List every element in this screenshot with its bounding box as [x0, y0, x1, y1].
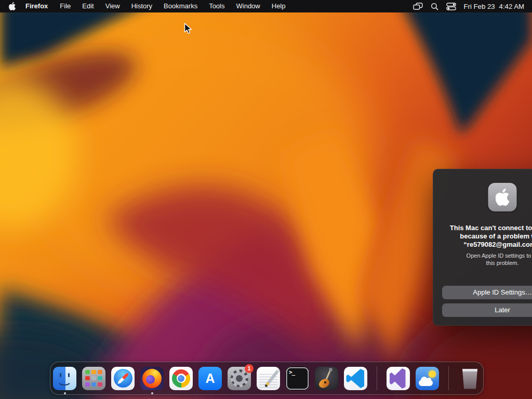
menu-bar: Firefox File Edit View History Bookmarks…	[0, 0, 532, 12]
dialog-body-line: this problem.	[433, 259, 532, 267]
dock-item-visual-studio[interactable]	[387, 367, 410, 390]
dock-divider	[448, 366, 449, 390]
dock-item-system-settings[interactable]: 1	[228, 367, 251, 390]
terminal-icon: >_	[286, 367, 309, 390]
menu-item-file[interactable]: File	[54, 0, 76, 12]
dock-item-firefox[interactable]	[140, 367, 164, 390]
chrome-icon	[169, 367, 193, 390]
garageband-icon	[315, 367, 338, 390]
dock-item-garageband[interactable]	[315, 367, 338, 390]
dock-item-weather[interactable]	[416, 367, 439, 390]
menu-item-window[interactable]: Window	[231, 0, 266, 12]
dialog-title-line: This Mac can't connect to iCloud	[433, 224, 532, 232]
trash-icon	[458, 367, 482, 390]
dialog-title-line: because of a problem with	[433, 232, 532, 241]
menu-bar-left: Firefox File Edit View History Bookmarks…	[0, 0, 291, 12]
weather-icon	[416, 367, 439, 390]
menu-item-bookmarks[interactable]: Bookmarks	[158, 0, 203, 12]
dock-item-terminal[interactable]: >_	[286, 367, 309, 390]
apple-id-settings-button[interactable]: Apple ID Settings…	[442, 286, 532, 299]
dock-item-finder[interactable]	[53, 367, 76, 390]
menu-bar-status: Fri Feb 23 4:42 AM	[413, 0, 532, 12]
dock-item-vscode[interactable]	[344, 367, 367, 390]
macos-desktop: { "menu_bar": { "app_name": "Firefox", "…	[0, 0, 532, 399]
dialog-buttons: Apple ID Settings… Later	[442, 286, 532, 321]
visual-studio-icon	[387, 367, 410, 390]
running-indicator	[64, 392, 66, 394]
dialog-title-line: “re579082@gmail.com”.	[433, 241, 532, 249]
launchpad-icon	[82, 367, 105, 390]
app-store-icon: A	[198, 367, 222, 390]
apple-logo-icon	[488, 183, 517, 211]
clock-date: Fri Feb 23	[464, 3, 495, 10]
dock-item-trash[interactable]	[458, 367, 482, 390]
textedit-icon	[257, 367, 280, 390]
safari-icon	[111, 367, 135, 390]
mouse-cursor	[184, 23, 193, 37]
menu-item-view[interactable]: View	[100, 0, 126, 12]
vscode-icon	[344, 367, 367, 390]
clock-time: 4:42 AM	[499, 3, 524, 10]
control-center-icon[interactable]	[446, 3, 456, 10]
spotlight-search-icon[interactable]	[431, 3, 438, 10]
menu-item-help[interactable]: Help	[266, 0, 291, 12]
dock-divider	[377, 366, 377, 390]
windows-stack-icon[interactable]	[413, 3, 423, 10]
dialog-body-line: Open Apple ID settings to fix	[433, 252, 532, 259]
firefox-icon	[140, 367, 164, 390]
dock-item-app-store[interactable]: A	[198, 367, 222, 390]
dock-item-chrome[interactable]	[169, 367, 193, 390]
terminal-glyph: >_	[289, 369, 295, 376]
dialog-body: Open Apple ID settings to fix this probl…	[433, 252, 532, 267]
dock-item-safari[interactable]	[111, 367, 135, 390]
menu-item-tools[interactable]: Tools	[203, 0, 230, 12]
apple-menu-icon[interactable]	[9, 0, 21, 12]
notification-badge: 1	[245, 364, 254, 373]
menu-item-edit[interactable]: Edit	[76, 0, 99, 12]
dialog-title: This Mac can't connect to iCloud because…	[433, 224, 532, 249]
dock-item-launchpad[interactable]	[82, 367, 105, 390]
icloud-alert-dialog: This Mac can't connect to iCloud because…	[433, 169, 532, 326]
finder-icon	[53, 367, 76, 390]
running-indicator	[151, 392, 153, 394]
dock: A 1 >_	[50, 362, 484, 395]
menu-app-name[interactable]: Firefox	[21, 0, 54, 12]
menu-item-history[interactable]: History	[126, 0, 158, 12]
dock-item-textedit[interactable]	[257, 367, 280, 390]
app-store-glyph: A	[205, 371, 215, 386]
later-button[interactable]: Later	[442, 303, 532, 317]
menu-bar-clock[interactable]: Fri Feb 23 4:42 AM	[464, 3, 525, 10]
